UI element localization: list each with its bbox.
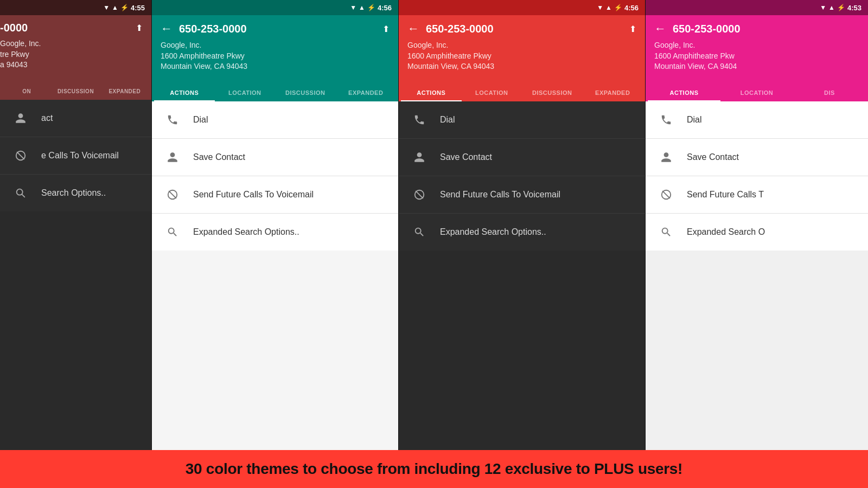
action-item-search-3[interactable]: Expanded Search Options.. [399,214,645,251]
header-4: ← 650-253-0000 Google, Inc. 1600 Amphith… [646,15,868,78]
action-list-4: Dial Save Contact Send Future Calls T [646,101,868,251]
signal-icon-3: ▲ [605,4,612,11]
action-item-contact-1[interactable]: act [0,100,151,137]
gray-area-3 [399,251,645,450]
contact-icon-4 [656,147,676,167]
tab-expanded-2[interactable]: EXPANDED [336,84,397,101]
header-top-4: ← 650-253-0000 [654,22,859,36]
action-item-search-1[interactable]: Search Options.. [0,175,151,211]
action-item-voicemail-2[interactable]: Send Future Calls To Voicemail [152,176,398,214]
wifi-icon-1: ▼ [103,4,110,11]
share-icon-1[interactable]: ⬆ [136,23,143,33]
tab-discussion-2[interactable]: DISCUSSION [275,84,336,101]
phone-number-4: 650-253-0000 [673,23,741,35]
action-label-contact-3: Save Contact [440,152,492,162]
tab-actions-2[interactable]: ACTIONS [154,84,215,101]
address1-3: 1600 Amphitheatre Pkwy [407,51,636,62]
time-2: 4:56 [378,4,392,12]
time-3: 4:56 [624,4,639,12]
share-icon-3[interactable]: ⬆ [629,24,636,34]
content-3: Dial Save Contact Send Future Calls To V… [399,101,645,450]
wifi-icon-4: ▼ [820,4,826,11]
action-item-dial-3[interactable]: Dial [399,101,645,139]
action-label-voicemail-3: Send Future Calls To Voicemail [440,190,560,200]
phone-number-2: 650-253-0000 [179,23,247,35]
tab-discussion-3[interactable]: DISCUSSION [522,84,583,101]
tab-location-3[interactable]: LOCATION [462,84,522,101]
action-label-dial-4: Dial [687,115,702,125]
status-icons-3: ▼ ▲ ⚡ 4:56 [597,4,639,12]
bottom-banner: 30 color themes to choose from including… [0,450,868,488]
action-item-voicemail-3[interactable]: Send Future Calls To Voicemail [399,176,645,214]
tab-expanded-3[interactable]: EXPANDED [583,84,643,101]
action-list-1: act e Calls To Voicemail Search Options.… [0,100,151,211]
address1-1: tre Pkwy [0,49,143,60]
company-1: Google, Inc. [0,38,143,49]
svg-line-3 [22,194,24,197]
header-nav-1: -0000 [0,22,28,34]
action-item-contact-4[interactable]: Save Contact [646,139,868,176]
action-item-voicemail-1[interactable]: e Calls To Voicemail [0,137,151,175]
block-icon-2 [163,185,182,204]
action-label-contact-2: Save Contact [193,152,245,162]
header-top-3: ← 650-253-0000 ⬆ [407,22,636,36]
block-icon-1 [11,146,30,165]
svg-line-1 [17,152,24,159]
action-item-search-2[interactable]: Expanded Search Options.. [152,214,398,251]
back-icon-2[interactable]: ← [161,22,173,36]
search-icon-3 [410,222,429,242]
phone-number-3: 650-253-0000 [426,23,494,35]
action-item-voicemail-4[interactable]: Send Future Calls T [646,176,868,214]
action-list-2: Dial Save Contact Send Future Calls To V… [152,101,398,251]
address2-2: Mountain View, CA 94043 [161,61,390,72]
share-icon-2[interactable]: ⬆ [382,24,390,34]
status-icons-1: ▼ ▲ ⚡ 4:55 [103,4,145,12]
action-item-contact-3[interactable]: Save Contact [399,139,645,176]
content-4: Dial Save Contact Send Future Calls T [646,101,868,450]
content-2: Dial Save Contact Send Future Calls To V… [152,101,398,450]
screen-panel-2: ▼ ▲ ⚡ 4:56 ← 650-253-0000 ⬆ Google, Inc.… [152,0,399,450]
phone-icon-4 [656,110,676,130]
tab-actions-4[interactable]: ACTIONS [648,84,720,101]
company-3: Google, Inc. [407,40,636,51]
action-item-dial-2[interactable]: Dial [152,101,398,139]
tab-location-4[interactable]: LOCATION [720,84,793,101]
tabs-3: ACTIONS LOCATION DISCUSSION EXPANDED [399,78,645,101]
address-1: Google, Inc. tre Pkwy a 94043 [0,38,143,70]
company-2: Google, Inc. [161,40,390,51]
header-1: -0000 ⬆ Google, Inc. tre Pkwy a 94043 [0,15,151,76]
signal-icon-4: ▲ [828,4,835,11]
tab-actions-3[interactable]: ACTIONS [401,84,462,101]
header-top-1: -0000 ⬆ [0,22,143,34]
block-icon-3 [410,185,429,204]
address1-4: 1600 Amphitheatre Pkw [654,51,859,62]
tab-discussion-1[interactable]: DISCUSSION [51,83,100,100]
wifi-icon-3: ▼ [597,4,603,11]
wifi-icon-2: ▼ [350,4,356,11]
phone-icon-2 [163,110,182,130]
search-icon-1 [11,183,30,203]
action-label-search-4: Expanded Search O [687,227,765,237]
tab-on-1[interactable]: ON [2,83,51,100]
status-icons-4: ▼ ▲ ⚡ 4:53 [820,4,861,12]
tab-location-2[interactable]: LOCATION [215,84,276,101]
action-item-contact-2[interactable]: Save Contact [152,139,398,176]
action-label-voicemail-1: e Calls To Voicemail [41,151,119,160]
tab-expanded-1[interactable]: EXPANDED [100,83,149,100]
action-item-dial-4[interactable]: Dial [646,101,868,139]
action-label-voicemail-4: Send Future Calls T [687,190,764,200]
header-nav-4: ← 650-253-0000 [654,22,741,36]
banner-text: 30 color themes to choose from including… [186,460,682,478]
screen-panel-4: ▼ ▲ ⚡ 4:53 ← 650-253-0000 Google, Inc. 1… [646,0,868,450]
time-4: 4:53 [847,4,861,12]
action-item-search-4[interactable]: Expanded Search O [646,214,868,251]
back-icon-3[interactable]: ← [407,22,419,36]
status-icons-2: ▼ ▲ ⚡ 4:56 [350,4,392,12]
tab-dis-4[interactable]: DIS [793,84,866,101]
contact-icon-2 [163,147,182,167]
action-label-search-2: Expanded Search Options.. [193,227,299,237]
header-nav-3: ← 650-253-0000 [407,22,494,36]
block-icon-4 [656,185,676,204]
address-3: Google, Inc. 1600 Amphitheatre Pkwy Moun… [407,40,636,72]
back-icon-4[interactable]: ← [654,22,666,36]
